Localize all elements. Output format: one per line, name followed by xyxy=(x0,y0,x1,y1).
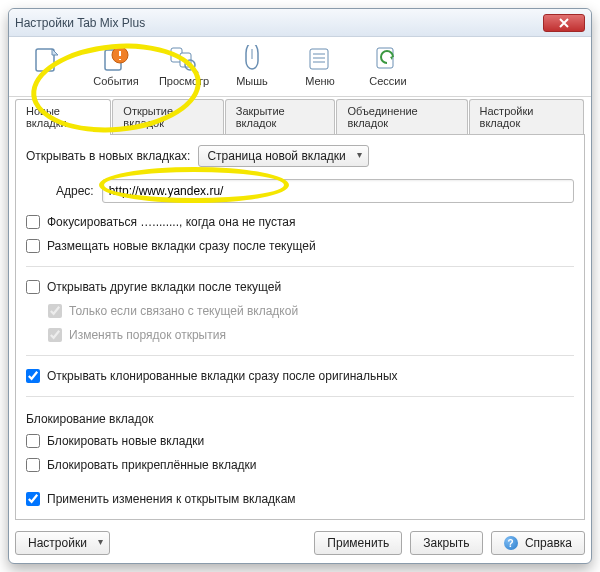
separator xyxy=(26,396,574,397)
svg-rect-0 xyxy=(36,49,54,71)
close-footer-button[interactable]: Закрыть xyxy=(410,531,482,555)
only-if-related-checkbox: Только если связано с текущей вкладкой xyxy=(48,302,574,320)
mouse-icon xyxy=(236,45,268,73)
focus-nonempty-checkbox[interactable]: Фокусироваться …........, когда она не п… xyxy=(26,213,574,231)
toolbar: События Просмотр Мышь Меню Сессии xyxy=(9,37,591,97)
checkbox-label: Фокусироваться …........, когда она не п… xyxy=(47,215,295,229)
place-after-current-checkbox[interactable]: Размещать новые вкладки сразу после теку… xyxy=(26,237,574,255)
checkbox-input[interactable] xyxy=(26,458,40,472)
checkbox-label: Изменять порядок открытия xyxy=(69,328,226,342)
toolbar-label: Просмотр xyxy=(154,75,214,87)
address-label: Адрес: xyxy=(56,184,94,198)
view-icon xyxy=(168,45,200,73)
checkbox-label: Открывать другие вкладки после текущей xyxy=(47,280,281,294)
toolbar-label: Меню xyxy=(290,75,350,87)
tab-panel: Открывать в новых вкладках: Страница нов… xyxy=(15,134,585,520)
open-cloned-after-original-checkbox[interactable]: Открывать клонированные вкладки сразу по… xyxy=(26,367,574,385)
tab-close-tabs[interactable]: Закрытие вкладок xyxy=(225,99,336,135)
toolbar-label: Мышь xyxy=(222,75,282,87)
sessions-icon xyxy=(372,45,404,73)
address-input[interactable] xyxy=(102,179,574,203)
lock-new-checkbox[interactable]: Блокировать новые вкладки xyxy=(26,432,574,450)
tab-new-tabs[interactable]: Новые вкладки xyxy=(15,99,111,135)
checkbox-label: Только если связано с текущей вкладкой xyxy=(69,304,298,318)
subtabs: Новые вкладки Открытие вкладок Закрытие … xyxy=(9,99,591,135)
checkbox-input[interactable] xyxy=(26,369,40,383)
toolbar-label: События xyxy=(86,75,146,87)
settings-button[interactable]: Настройки xyxy=(15,531,110,555)
open-other-after-current-checkbox[interactable]: Открывать другие вкладки после текущей xyxy=(26,278,574,296)
footer: Настройки Применить Закрыть ? Справка xyxy=(15,531,585,556)
separator xyxy=(26,266,574,267)
toolbar-item-mouse[interactable]: Мышь xyxy=(219,41,285,90)
checkbox-label: Применить изменения к открытым вкладкам xyxy=(47,492,296,506)
lock-pinned-checkbox[interactable]: Блокировать прикреплённые вкладки xyxy=(26,456,574,474)
checkbox-input[interactable] xyxy=(26,239,40,253)
apply-to-open-checkbox[interactable]: Применить изменения к открытым вкладкам xyxy=(26,490,574,508)
checkbox-label: Блокировать прикреплённые вкладки xyxy=(47,458,257,472)
checkbox-label: Размещать новые вкладки сразу после теку… xyxy=(47,239,316,253)
address-row: Адрес: xyxy=(56,179,574,203)
svg-line-6 xyxy=(194,69,198,73)
checkbox-input[interactable] xyxy=(26,492,40,506)
window-title: Настройки Tab Mix Plus xyxy=(15,16,543,30)
open-target-dropdown[interactable]: Страница новой вкладки xyxy=(198,145,368,167)
apply-button[interactable]: Применить xyxy=(314,531,402,555)
svg-rect-8 xyxy=(310,49,328,69)
toolbar-label: Сессии xyxy=(358,75,418,87)
close-icon xyxy=(559,18,569,28)
checkbox-input[interactable] xyxy=(26,215,40,229)
tab-open-tabs[interactable]: Открытие вкладок xyxy=(112,99,223,135)
page-icon xyxy=(32,45,64,73)
checkbox-label: Открывать клонированные вкладки сразу по… xyxy=(47,369,398,383)
close-button[interactable] xyxy=(543,14,585,32)
toolbar-item-menu[interactable]: Меню xyxy=(287,41,353,90)
checkbox-input[interactable] xyxy=(26,280,40,294)
open-in-new-tabs-row: Открывать в новых вкладках: Страница нов… xyxy=(26,145,574,167)
lock-section-title: Блокирование вкладок xyxy=(26,412,574,426)
toolbar-item-general[interactable] xyxy=(15,41,81,90)
separator xyxy=(26,355,574,356)
help-button[interactable]: ? Справка xyxy=(491,531,585,556)
toolbar-item-view[interactable]: Просмотр xyxy=(151,41,217,90)
checkbox-input[interactable] xyxy=(26,434,40,448)
checkbox-label: Блокировать новые вкладки xyxy=(47,434,204,448)
help-label: Справка xyxy=(525,536,572,550)
checkbox-input xyxy=(48,304,62,318)
checkbox-input xyxy=(48,328,62,342)
tab-tab-settings[interactable]: Настройки вкладок xyxy=(469,99,584,135)
change-open-order-checkbox: Изменять порядок открытия xyxy=(48,326,574,344)
titlebar: Настройки Tab Mix Plus xyxy=(9,9,591,37)
open-in-new-tabs-label: Открывать в новых вкладках: xyxy=(26,149,190,163)
toolbar-item-sessions[interactable]: Сессии xyxy=(355,41,421,90)
toolbar-item-events[interactable]: События xyxy=(83,41,149,90)
events-icon xyxy=(100,45,132,73)
help-icon: ? xyxy=(504,536,518,550)
tab-merge-tabs[interactable]: Объединение вкладок xyxy=(336,99,467,135)
settings-window: Настройки Tab Mix Plus События Просмотр … xyxy=(8,8,592,564)
menu-icon xyxy=(304,45,336,73)
